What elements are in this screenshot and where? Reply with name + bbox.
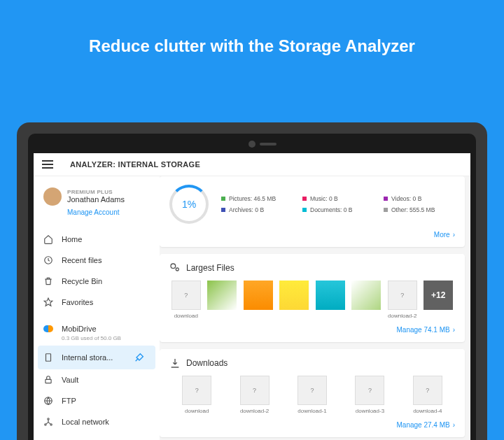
clock-icon: [43, 255, 53, 265]
svg-point-8: [176, 268, 178, 271]
section-title: Downloads: [169, 357, 455, 369]
tablet-inner: ANALYZER: INTERNAL STORAGE PREMIUM PLUS …: [28, 134, 476, 440]
sidebar-item-label: Home: [62, 235, 150, 243]
network-icon: [43, 417, 53, 427]
manage-downloads-link[interactable]: Manage 27.4 MB›: [169, 421, 455, 429]
trash-icon: [43, 276, 53, 286]
globe-icon: [43, 396, 53, 406]
file-item[interactable]: [278, 281, 312, 319]
plan-label: PREMIUM PLUS: [67, 189, 125, 196]
sidebar-item-label: Favorites: [62, 298, 150, 306]
legend-item: Other: 555.5 MB: [384, 206, 455, 213]
file-item[interactable]: [206, 281, 239, 319]
manage-account-link[interactable]: Manage Account: [67, 208, 150, 216]
usage-percent: 1%: [182, 199, 196, 210]
home-icon: [43, 234, 53, 244]
sidebar-item-label: MobiDrive: [62, 325, 150, 333]
file-item[interactable]: ?download: [169, 376, 224, 414]
section-title: Largest Files: [169, 262, 455, 274]
sidebar-item-vault[interactable]: Vault: [34, 369, 160, 390]
file-item[interactable]: ?download-4: [400, 376, 455, 414]
file-item[interactable]: [350, 281, 384, 319]
sidebar-item-local[interactable]: Local network: [34, 411, 160, 432]
svg-rect-1: [46, 354, 51, 362]
file-item[interactable]: [241, 281, 275, 319]
user-name: Jonathan Adams: [67, 195, 125, 204]
sidebar-item-home[interactable]: Home: [34, 229, 160, 250]
file-item[interactable]: ?download-2: [227, 376, 281, 414]
app-screen: ANALYZER: INTERNAL STORAGE PREMIUM PLUS …: [34, 153, 470, 440]
sidebar-item-favorites[interactable]: Favorites: [34, 292, 160, 313]
page-title: ANALYZER: INTERNAL STORAGE: [70, 160, 200, 169]
file-row: ?download?download-2+12: [169, 281, 455, 319]
lock-icon: [43, 375, 53, 385]
svg-point-4: [48, 418, 49, 420]
sidebar-item-label: Local network: [62, 418, 150, 426]
sidebar-item-label: Vault: [62, 376, 150, 384]
menu-icon[interactable]: [42, 160, 53, 169]
more-files-tile[interactable]: +12: [422, 281, 456, 319]
file-item[interactable]: ?download-2: [386, 281, 419, 319]
legend-item: Pictures: 46.5 MB: [221, 195, 293, 202]
sidebar-item-ftp[interactable]: FTP: [34, 390, 160, 411]
app-bar: ANALYZER: INTERNAL STORAGE: [34, 153, 470, 176]
more-link[interactable]: More›: [169, 231, 455, 239]
svg-point-7: [171, 264, 176, 269]
legend-item: Videos: 0 B: [384, 195, 455, 202]
sidebar: PREMIUM PLUS Jonathan Adams Manage Accou…: [34, 176, 160, 440]
sidebar-item-label: Recycle Bin: [62, 277, 150, 285]
sidebar-item-label: FTP: [62, 397, 150, 405]
analyzer-brush-icon[interactable]: [133, 351, 146, 364]
tablet-frame: ANALYZER: INTERNAL STORAGE PREMIUM PLUS …: [17, 122, 487, 440]
camera-icon: [248, 141, 255, 148]
large-files-icon: [169, 262, 181, 274]
file-item[interactable]: [314, 281, 347, 319]
user-block: PREMIUM PLUS Jonathan Adams Manage Accou…: [34, 183, 160, 223]
sidebar-item-internal[interactable]: Internal stora...: [38, 346, 155, 369]
sidebar-item-label: Internal stora...: [62, 353, 125, 362]
sidebar-item-recent[interactable]: Recent files: [34, 250, 160, 271]
svg-point-6: [50, 424, 52, 425]
file-item[interactable]: ?download-3: [342, 376, 397, 414]
star-icon: [43, 297, 53, 307]
largest-files-card: Largest Files ?download?download-2+12 Ma…: [160, 254, 465, 342]
legend-item: Archives: 0 B: [221, 206, 293, 213]
avatar[interactable]: [43, 187, 62, 206]
summary-card: 1% Pictures: 46.5 MBMusic: 0 BVideos: 0 …: [160, 176, 465, 247]
downloads-card: Downloads ?download?download-2?download-…: [160, 349, 465, 437]
file-item[interactable]: ?download-1: [285, 376, 340, 414]
main-content: 1% Pictures: 46.5 MBMusic: 0 BVideos: 0 …: [160, 176, 470, 440]
manage-largest-link[interactable]: Manage 74.1 MB›: [169, 326, 455, 334]
storage-icon: [43, 353, 53, 362]
usage-ring: 1%: [169, 185, 209, 224]
mobidrive-usage: 0.3 GB used of 50.0 GB: [62, 335, 160, 346]
nav-list: Home Recent files Recycle Bin Favorites …: [34, 229, 160, 432]
svg-rect-2: [46, 379, 51, 383]
cloud-icon: [43, 324, 53, 334]
legend-item: Music: 0 B: [302, 195, 374, 202]
svg-point-5: [45, 424, 46, 425]
sidebar-item-recycle[interactable]: Recycle Bin: [34, 271, 160, 292]
legend-item: Documents: 0 B: [302, 206, 374, 213]
sidebar-item-label: Recent files: [62, 256, 150, 264]
file-item[interactable]: ?download: [169, 281, 203, 319]
legend: Pictures: 46.5 MBMusic: 0 BVideos: 0 BAr…: [221, 195, 455, 213]
hero-title: Reduce clutter with the Storage Analyzer: [0, 0, 504, 56]
download-icon: [169, 357, 181, 369]
file-row: ?download?download-2?download-1?download…: [169, 376, 455, 414]
